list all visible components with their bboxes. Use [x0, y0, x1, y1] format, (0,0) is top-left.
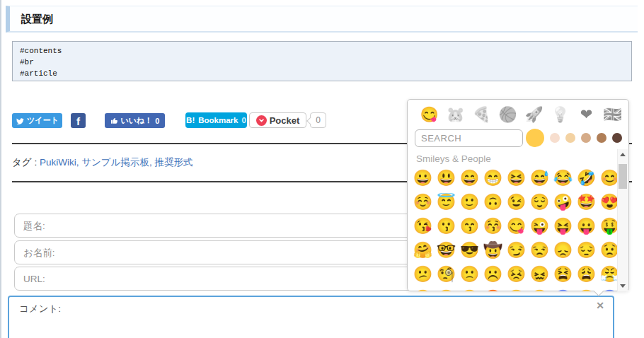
- emoji-cell[interactable]: 🙂: [458, 190, 481, 214]
- emoji-cell[interactable]: 😙: [458, 214, 481, 238]
- skin-tone-dot[interactable]: [526, 129, 544, 147]
- emoji-cell[interactable]: 😜: [528, 214, 551, 238]
- scrollbar-up-arrow-icon[interactable]: [618, 149, 628, 161]
- emoji-cell[interactable]: 😔: [575, 238, 598, 262]
- emoji-cell[interactable]: 😒: [528, 238, 551, 262]
- emoji-cell[interactable]: 🤩: [575, 190, 598, 214]
- emoji-grid: 😀😃😄😁😆😅😂🤣😊☺️😇🙂🙃😉😌🤪🤩😍😘😗😙😚😋😜😝😛🤑🤗🤓😎🤠😏😒😞😔😟😕🧐🙁…: [411, 166, 621, 291]
- pocket-count: 0: [316, 115, 321, 125]
- skin-tone-dot[interactable]: [597, 133, 606, 143]
- emoji-cell[interactable]: ☹️: [481, 262, 505, 286]
- category-activity-icon[interactable]: 🏀: [495, 104, 521, 125]
- tag-label: タグ :: [12, 157, 37, 168]
- skin-tone-dot[interactable]: [550, 133, 560, 143]
- facebook-like-button[interactable]: いいね！ 0: [105, 113, 165, 128]
- emoji-picker-close-icon[interactable]: ✕: [596, 301, 604, 310]
- emoji-cell[interactable]: 😤: [505, 286, 528, 291]
- category-objects-icon[interactable]: 💡: [547, 104, 573, 125]
- emoji-cell[interactable]: 😝: [551, 214, 575, 238]
- category-flags-icon[interactable]: 🇬🇧: [599, 104, 626, 125]
- hatena-bookmark-button[interactable]: B! Bookmark 0: [185, 112, 247, 128]
- emoji-cell[interactable]: 😋: [505, 214, 528, 238]
- emoji-cell[interactable]: 🤣: [575, 166, 598, 190]
- category-symbols-icon[interactable]: ❤: [573, 104, 599, 125]
- tweet-button-label: ツイート: [27, 115, 59, 126]
- emoji-cell[interactable]: 😌: [528, 190, 551, 214]
- emoji-cell[interactable]: 😖: [528, 262, 551, 286]
- emoji-cell[interactable]: 😏: [505, 238, 528, 262]
- pocket-count-bubble: 0: [310, 112, 326, 128]
- pocket-button[interactable]: Pocket: [249, 112, 306, 128]
- tweet-button[interactable]: ツイート: [12, 113, 62, 128]
- emoji-cell[interactable]: 😣: [505, 262, 528, 286]
- emoji-picker-panel: 😋🐹🍕🏀🚀💡❤🇬🇧 Smileys & People 😀😃😄😁😆😅😂🤣😊☺️😇🙂…: [407, 99, 629, 291]
- hatena-button-label: Bookmark: [198, 116, 238, 124]
- skin-tone-selector: [526, 128, 622, 148]
- skin-tone-dot[interactable]: [612, 133, 622, 143]
- thumbs-up-icon: [110, 117, 118, 124]
- like-count: 0: [155, 117, 159, 125]
- emoji-cell[interactable]: 😫: [551, 262, 575, 286]
- page: 設置例 #contents #br #article ツイート f いいね！ 0…: [0, 0, 644, 338]
- emoji-cell[interactable]: 🧐: [435, 262, 458, 286]
- emoji-cell[interactable]: 😃: [435, 166, 458, 190]
- category-travel-places-icon[interactable]: 🚀: [521, 104, 547, 125]
- skin-tone-dot[interactable]: [565, 133, 575, 143]
- skin-tone-dot[interactable]: [581, 133, 591, 143]
- scrollbar-down-arrow-icon[interactable]: [618, 280, 628, 291]
- emoji-cell[interactable]: 😇: [435, 190, 458, 214]
- facebook-button[interactable]: f: [71, 113, 86, 128]
- comment-textarea[interactable]: [9, 297, 613, 338]
- tag-link[interactable]: サンプル掲示板: [81, 157, 149, 168]
- emoji-cell[interactable]: 😕: [411, 262, 435, 286]
- emoji-cell[interactable]: 😉: [505, 190, 528, 214]
- emoji-cell[interactable]: 🤪: [551, 190, 575, 214]
- hatena-count: 0: [241, 116, 246, 124]
- emoji-cell[interactable]: 😭: [528, 286, 551, 291]
- emoji-cell[interactable]: 😩: [575, 262, 598, 286]
- category-animals-nature-icon[interactable]: 🐹: [442, 104, 468, 125]
- emoji-cell[interactable]: 😅: [528, 166, 551, 190]
- emoji-cell[interactable]: 😀: [411, 166, 435, 190]
- emoji-search-input[interactable]: [415, 129, 523, 147]
- emoji-cell[interactable]: 🤠: [481, 238, 505, 262]
- page-title: 設置例: [6, 6, 638, 33]
- emoji-cell[interactable]: 😂: [551, 166, 575, 190]
- emoji-cell[interactable]: 😬: [575, 286, 598, 291]
- category-food-drink-icon[interactable]: 🍕: [468, 104, 495, 125]
- tag-row: タグ : PukiWiki, サンプル掲示板, 推奨形式: [12, 156, 192, 169]
- tag-link[interactable]: 推奨形式: [154, 157, 192, 168]
- emoji-cell[interactable]: 😗: [435, 214, 458, 238]
- tag-link[interactable]: PukiWiki: [40, 157, 76, 168]
- emoji-cell[interactable]: ☺️: [411, 190, 435, 214]
- emoji-cell[interactable]: 🤓: [435, 238, 458, 262]
- emoji-cell[interactable]: 🙃: [481, 190, 505, 214]
- like-button-label: いいね！: [121, 115, 153, 126]
- twitter-bird-icon: [16, 117, 24, 125]
- emoji-cell[interactable]: 🤗: [411, 238, 435, 262]
- code-block: #contents #br #article: [12, 41, 632, 81]
- hatena-b-icon: B!: [186, 116, 195, 124]
- emoji-cell[interactable]: 😘: [411, 214, 435, 238]
- emoji-grid-scrollbar[interactable]: [617, 149, 628, 291]
- emoji-cell[interactable]: 😛: [575, 214, 598, 238]
- emoji-cell[interactable]: 😆: [505, 166, 528, 190]
- emoji-cell[interactable]: 😁: [481, 166, 505, 190]
- emoji-cell[interactable]: 😢: [435, 286, 458, 291]
- page-left-border: [0, 0, 1, 338]
- category-smileys-people-icon[interactable]: 😋: [416, 104, 442, 125]
- emoji-cell[interactable]: 🙄: [411, 286, 435, 291]
- scrollbar-thumb[interactable]: [619, 164, 627, 189]
- emoji-cell[interactable]: 😠: [458, 286, 481, 291]
- emoji-cell[interactable]: 😡: [481, 286, 505, 291]
- emoji-cell[interactable]: 😚: [481, 214, 505, 238]
- emoji-cell[interactable]: 😎: [458, 238, 481, 262]
- emoji-cell[interactable]: 😄: [458, 166, 481, 190]
- emoji-cell[interactable]: 🙁: [458, 262, 481, 286]
- emoji-cell[interactable]: 😱: [551, 286, 575, 291]
- emoji-category-tabs: 😋🐹🍕🏀🚀💡❤🇬🇧: [416, 104, 626, 127]
- emoji-cell[interactable]: 😞: [551, 238, 575, 262]
- emoji-category-label: Smileys & People: [416, 153, 491, 164]
- facebook-f-icon: f: [76, 115, 80, 128]
- pocket-icon: [256, 115, 267, 126]
